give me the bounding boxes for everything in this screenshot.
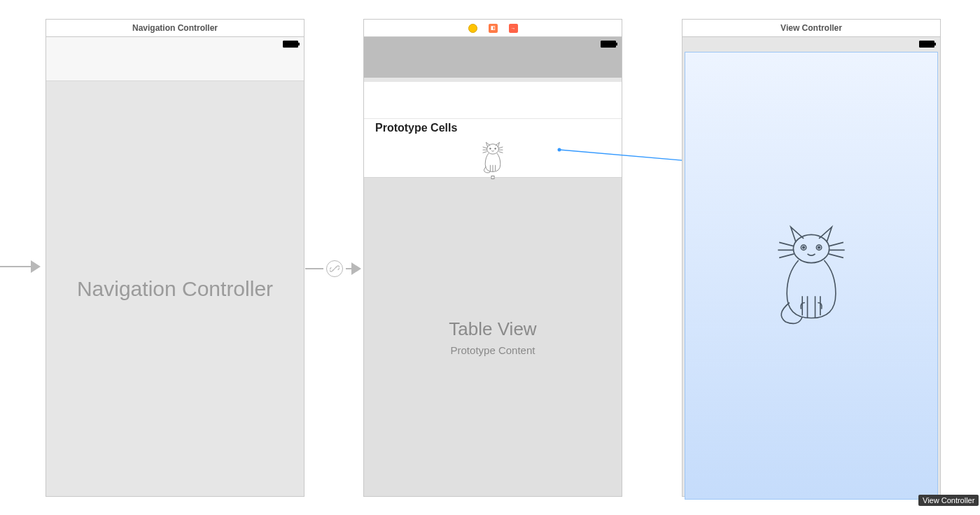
- cat-image-icon: [480, 141, 505, 174]
- svg-point-9: [803, 246, 805, 248]
- svg-point-6: [793, 234, 829, 262]
- search-bar-area[interactable]: [364, 82, 622, 119]
- initial-view-arrow[interactable]: [0, 260, 42, 273]
- tooltip-view-controller: View Controller: [918, 495, 979, 506]
- cat-image-icon: [773, 223, 850, 328]
- status-bar: [46, 37, 304, 51]
- cell-resize-handle[interactable]: [491, 176, 495, 179]
- root-view-selected[interactable]: [685, 52, 938, 500]
- exit-icon[interactable]: →: [509, 24, 518, 33]
- svg-point-0: [487, 143, 499, 153]
- scene-title-label: Navigation Controller: [132, 23, 218, 33]
- svg-point-1: [490, 148, 491, 149]
- prototype-cell[interactable]: [364, 137, 622, 178]
- tooltip-label: View Controller: [923, 496, 974, 505]
- battery-icon: [919, 41, 934, 48]
- prototype-cells-header: Prototype Cells: [364, 119, 622, 137]
- scene-body[interactable]: Prototype Cells: [364, 37, 622, 496]
- storyboard-canvas[interactable]: Navigation Controller Navigation Control…: [0, 0, 980, 515]
- table-view-title: Table View: [449, 318, 536, 340]
- scene-table-view-controller[interactable]: ◧ → Prototype Cells: [363, 19, 622, 497]
- view-controller-icon[interactable]: [468, 24, 477, 33]
- navigation-bar[interactable]: [46, 37, 304, 81]
- prototype-header-label: Prototype Cells: [375, 122, 457, 134]
- battery-icon: [601, 41, 616, 48]
- segue-relationship-root[interactable]: [305, 260, 363, 277]
- scene-header-title[interactable]: View Controller: [682, 20, 940, 37]
- scene-view-controller[interactable]: View Controller: [682, 19, 941, 497]
- scene-body[interactable]: Navigation Controller: [46, 37, 304, 496]
- scene-header-selected[interactable]: ◧ →: [364, 20, 622, 37]
- scene-title-label: View Controller: [780, 23, 842, 33]
- table-view-subtitle: Prototype Content: [451, 344, 536, 356]
- first-responder-icon[interactable]: ◧: [489, 24, 498, 33]
- scene-body[interactable]: [682, 37, 940, 496]
- scene-header-title[interactable]: Navigation Controller: [46, 20, 304, 37]
- table-view-placeholder[interactable]: Table View Prototype Content: [364, 178, 622, 496]
- svg-point-2: [495, 148, 496, 149]
- battery-icon: [283, 41, 298, 48]
- status-bar: [682, 37, 940, 51]
- navigation-controller-placeholder: Navigation Controller: [46, 81, 304, 496]
- scene-navigation-controller[interactable]: Navigation Controller Navigation Control…: [46, 19, 304, 497]
- placeholder-label: Navigation Controller: [77, 277, 273, 301]
- svg-point-10: [818, 246, 820, 248]
- status-bar: [364, 37, 622, 51]
- navigation-bar[interactable]: [364, 37, 622, 78]
- segue-icon-chain: [326, 260, 343, 277]
